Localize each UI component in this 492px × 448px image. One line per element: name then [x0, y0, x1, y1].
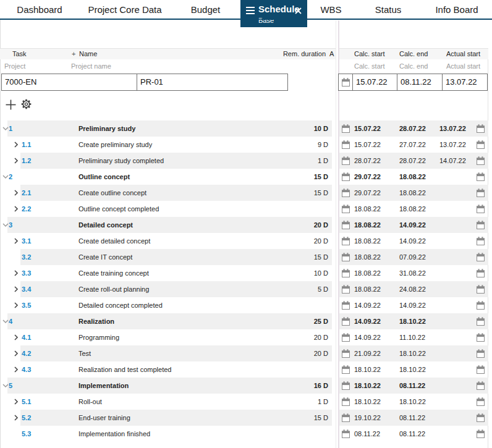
calendar-icon[interactable]: [342, 253, 350, 263]
table-row-4.3[interactable]: 4.3 Realization and test completed 18.10…: [0, 361, 492, 378]
calendar-icon[interactable]: [342, 285, 350, 295]
chevron-right-icon[interactable]: [13, 158, 19, 164]
column-header-calc-start[interactable]: Calc. start: [354, 48, 385, 59]
calendar-icon[interactable]: [477, 317, 485, 327]
tab-wbs[interactable]: WBS: [307, 0, 355, 19]
calendar-icon[interactable]: [477, 381, 485, 391]
calendar-icon[interactable]: [477, 301, 485, 311]
calendar-icon[interactable]: [342, 397, 350, 407]
chevron-right-icon[interactable]: [13, 238, 19, 244]
project-calc-end-cell[interactable]: 08.11.22: [397, 74, 443, 90]
column-header-a-truncated[interactable]: A: [329, 48, 334, 59]
table-row-2.2[interactable]: 2.2 Outline concept completed 18.08.22 1…: [0, 201, 492, 217]
chevron-right-icon[interactable]: [13, 286, 19, 292]
table-row-1.2[interactable]: 1.2 Preliminary study completed 1 D 28.0…: [0, 153, 492, 169]
table-row-3.4[interactable]: 3.4 Create roll-out planning 5 D 18.08.2…: [0, 281, 492, 297]
calendar-icon[interactable]: [477, 269, 485, 279]
calendar-icon[interactable]: [342, 269, 350, 279]
tab-info-board[interactable]: Info Board: [422, 0, 492, 19]
calendar-icon[interactable]: [477, 397, 485, 407]
calendar-icon[interactable]: [477, 237, 485, 247]
project-actual-start-cell[interactable]: 13.07.22: [443, 74, 487, 90]
calendar-icon[interactable]: [342, 333, 350, 343]
calendar-icon[interactable]: [342, 365, 350, 375]
table-row-3.3[interactable]: 3.3 Create training concept 10 D 18.08.2…: [0, 265, 492, 281]
calendar-icon[interactable]: [342, 413, 350, 423]
chevron-right-icon[interactable]: [13, 302, 19, 308]
calendar-icon[interactable]: [342, 381, 350, 391]
calendar-icon[interactable]: [342, 188, 350, 198]
calendar-icon[interactable]: [342, 221, 350, 230]
project-name-input[interactable]: [140, 75, 287, 90]
table-row-5.2[interactable]: 5.2 End-user training 15 D 19.10.22 08.1…: [0, 410, 492, 426]
table-row-3.2[interactable]: 3.2 Create IT concept 15 D 18.08.22 07.0…: [0, 249, 492, 265]
table-row-3[interactable]: 3 Detailed concept 20 D 18.08.22 14.09.2…: [0, 217, 492, 233]
table-row-5[interactable]: 5 Implementation 16 D 18.10.22 08.11.22: [0, 378, 492, 394]
project-task-cell[interactable]: [2, 74, 137, 90]
calendar-icon[interactable]: [342, 317, 350, 327]
calendar-icon[interactable]: [342, 237, 350, 247]
hamburger-menu-icon[interactable]: [246, 6, 255, 16]
column-header-rem-duration[interactable]: Rem. duration: [260, 48, 326, 59]
chevron-right-icon[interactable]: [13, 142, 19, 148]
chevron-right-icon[interactable]: [13, 350, 19, 357]
tab-schedule[interactable]: Schedule Base: [240, 0, 307, 27]
project-task-input[interactable]: [5, 75, 137, 90]
calendar-icon[interactable]: [342, 349, 350, 359]
tab-budget[interactable]: Budget: [171, 0, 240, 19]
close-icon[interactable]: [295, 6, 302, 16]
project-name-cell[interactable]: [137, 74, 287, 90]
table-row-3.5[interactable]: 3.5 Detailed concept completed 14.09.22 …: [0, 297, 492, 313]
table-row-4.2[interactable]: 4.2 Test 20 D 21.09.22 18.10.22: [0, 345, 492, 361]
calendar-icon[interactable]: [342, 172, 350, 182]
calendar-icon[interactable]: [477, 413, 485, 423]
calendar-icon[interactable]: [477, 221, 485, 230]
chevron-right-icon[interactable]: [13, 415, 19, 421]
table-row-4.1[interactable]: 4.1 Programming 20 D 14.09.22 11.10.22: [0, 329, 492, 345]
tab-project-core-data[interactable]: Project Core Data: [79, 0, 171, 19]
calendar-icon[interactable]: [477, 205, 485, 214]
chevron-right-icon[interactable]: [13, 399, 19, 405]
table-row-5.1[interactable]: 5.1 Roll-out 1 D 18.10.22 18.10.22: [0, 394, 492, 410]
table-row-1[interactable]: 1 Preliminary study 10 D 15.07.22 28.07.…: [0, 120, 492, 137]
table-row-3.1[interactable]: 3.1 Create detailed concept 20 D 18.08.2…: [0, 233, 492, 249]
add-column-icon[interactable]: +: [72, 48, 75, 59]
calendar-icon[interactable]: [477, 285, 485, 295]
project-calc-start-cell[interactable]: 15.07.22: [353, 74, 397, 90]
calendar-icon[interactable]: [477, 333, 485, 343]
chevron-down-icon[interactable]: [2, 222, 9, 228]
calendar-icon[interactable]: [342, 124, 350, 134]
table-row-2.1[interactable]: 2.1 Create outline concept 15 D 29.07.22…: [0, 185, 492, 201]
chevron-down-icon[interactable]: [2, 125, 9, 132]
column-header-name[interactable]: Name: [79, 48, 97, 59]
calendar-icon[interactable]: [342, 429, 350, 439]
table-row-4[interactable]: 4 Realization 25 D 14.09.22 18.10.22: [0, 313, 492, 329]
chevron-right-icon[interactable]: [13, 334, 19, 340]
calendar-icon[interactable]: [477, 156, 485, 166]
calendar-icon[interactable]: [342, 156, 350, 166]
chevron-right-icon[interactable]: [13, 190, 19, 196]
table-row-1.1[interactable]: 1.1 Create preliminary study 9 D 15.07.2…: [0, 137, 492, 153]
chevron-down-icon[interactable]: [2, 382, 9, 389]
settings-button[interactable]: [19, 97, 33, 111]
calendar-icon[interactable]: [477, 253, 485, 263]
calendar-icon[interactable]: [477, 365, 485, 375]
calendar-icon[interactable]: [477, 172, 485, 182]
calendar-icon[interactable]: [342, 205, 350, 214]
column-header-calc-end[interactable]: Calc. end: [399, 48, 428, 59]
calendar-icon[interactable]: [342, 140, 350, 150]
tab-dashboard[interactable]: Dashboard: [0, 0, 79, 19]
chevron-right-icon[interactable]: [13, 366, 19, 373]
calendar-icon-cell[interactable]: [339, 74, 353, 90]
chevron-down-icon[interactable]: [2, 318, 9, 324]
calendar-icon[interactable]: [477, 140, 485, 150]
table-row-2[interactable]: 2 Outline concept 15 D 29.07.22 18.08.22: [0, 169, 492, 185]
add-task-button[interactable]: [4, 98, 17, 111]
chevron-down-icon[interactable]: [2, 174, 9, 180]
calendar-icon[interactable]: [477, 124, 485, 134]
calendar-icon[interactable]: [342, 301, 350, 311]
column-header-actual-start[interactable]: Actual start: [446, 48, 480, 59]
calendar-icon[interactable]: [477, 188, 485, 198]
calendar-icon[interactable]: [477, 349, 485, 359]
table-row-5.3[interactable]: 5.3 Implementation finished 08.11.22 08.…: [0, 426, 492, 442]
